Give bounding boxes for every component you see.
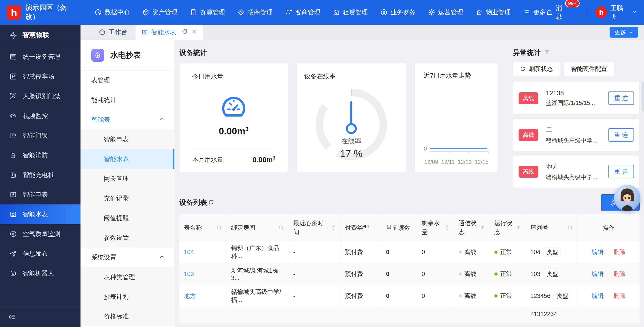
reconnect-button[interactable]: 重 连	[608, 128, 634, 142]
submenu-item-recharge[interactable]: 充值记录	[80, 188, 174, 208]
edit-button[interactable]: 编辑	[592, 270, 604, 278]
brand[interactable]: 演示园区（勿改）	[7, 3, 80, 22]
serial-number: 104	[530, 249, 540, 256]
submenu-item-params[interactable]: 参数设置	[80, 228, 174, 248]
axis-tick	[449, 151, 450, 154]
trend-x-labels: 12/09 12/11 12/13 12/15	[424, 159, 488, 165]
card-online-rate: 设备在线率 在线率	[296, 63, 406, 172]
device-location: 赣榆城头高级中学...	[546, 137, 602, 144]
room-cell: 锦昶（广东）食品科...	[226, 241, 289, 263]
submenu-item-gateway[interactable]: 网关管理	[80, 169, 174, 188]
main: 智慧物联 统一设备管理 智慧停车场 人脸识别门禁 视频监控	[0, 24, 644, 327]
tab-workbench[interactable]: 工作台	[91, 24, 136, 40]
type-tag[interactable]: 类型	[544, 269, 561, 279]
iot-icon	[10, 32, 17, 39]
sidebar-item-w-meter[interactable]: 智能水表	[0, 204, 80, 224]
tab-smart-water-meter[interactable]: 智能水表	[136, 24, 203, 40]
col-meter-name[interactable]: 表名称	[179, 214, 226, 241]
type-tag[interactable]: 类型	[554, 291, 571, 301]
type-tag[interactable]: 类型	[544, 247, 561, 257]
sidebar-item-face-access[interactable]: 人脸识别门禁	[0, 86, 80, 106]
sidebar-item-info-publish[interactable]: 信息发布	[0, 244, 80, 264]
serial-number: 21312234	[530, 311, 557, 318]
sidebar-item-door-lock[interactable]: 智能门锁	[0, 126, 80, 146]
main-area: 设备统计 今日用水量	[174, 40, 644, 327]
nav-data-center[interactable]: 数据中心	[94, 8, 130, 16]
edit-button[interactable]: 编辑	[592, 248, 604, 256]
device-table: 表名称 绑定房间 最近心跳时间 付费类型 当前读数 剩余水量 通信状态 运行状态	[179, 214, 640, 324]
col-run-status[interactable]: 运行状态	[490, 214, 526, 241]
collapse-icon[interactable]	[8, 313, 16, 321]
meter-name-link[interactable]: 104	[184, 249, 194, 256]
offline-badge: 离线	[518, 129, 538, 141]
col-remaining-water[interactable]: 剩余水量	[417, 214, 454, 241]
nav-operations[interactable]: 运营管理	[428, 8, 463, 16]
col-comm-status[interactable]: 通信状态	[454, 214, 490, 241]
menu-item-meter-mgmt[interactable]: 表管理	[80, 70, 174, 90]
menu-item-system-settings[interactable]: 系统设置	[80, 248, 174, 267]
sidebar-item-device-mgmt[interactable]: 统一设备管理	[0, 47, 80, 67]
sidebar-item-robot[interactable]: 智能机器人	[0, 264, 80, 283]
menu-item-smart-meter[interactable]: 智能表	[80, 110, 174, 130]
nav-property-mgmt[interactable]: 物业管理	[476, 8, 511, 16]
submenu-item-price-standard[interactable]: 价格标准	[80, 307, 174, 326]
nav-resource-mgmt[interactable]: 资源管理	[190, 8, 225, 16]
park-name: 演示园区（勿改）	[26, 3, 80, 22]
nav-more[interactable]: 更多	[523, 8, 546, 16]
message-count-badge: 99+	[565, 0, 580, 8]
col-last-heartbeat[interactable]: 最近心跳时间	[289, 214, 340, 241]
sidebar-item-fire[interactable]: 智能消防	[0, 146, 80, 165]
assistant-avatar[interactable]	[614, 185, 640, 211]
nav-lease-mgmt[interactable]: 租赁管理	[333, 8, 368, 16]
nav-investment-mgmt[interactable]: 招商管理	[238, 8, 272, 16]
pay-type-cell: 预付费	[340, 285, 382, 307]
delete-button[interactable]: 删除	[614, 292, 626, 300]
reading-cell: 0	[382, 285, 417, 307]
tab-close-icon[interactable]	[191, 28, 197, 36]
delete-button[interactable]: 删除	[614, 248, 626, 256]
dashboard-icon	[99, 29, 106, 36]
refresh-icon[interactable]	[207, 199, 214, 206]
nav-customer-mgmt[interactable]: 客商管理	[285, 8, 320, 16]
messages-button[interactable]: 消息 99+	[546, 4, 568, 21]
meter-name-link[interactable]: 103	[184, 271, 194, 277]
sidebar-item-air-quality[interactable]: 空气质量监测	[0, 224, 80, 244]
sidebar-item-charging[interactable]: 智能充电桩	[0, 165, 80, 185]
submenu-item-meter-types[interactable]: 表种类管理	[80, 267, 174, 287]
submenu-item-w-meter[interactable]: 智能水表	[80, 149, 174, 169]
sidebar-item-video[interactable]: 视频监控	[0, 106, 80, 126]
offline-dot	[459, 272, 462, 276]
tabs-more-button[interactable]: 更多	[610, 27, 638, 38]
col-bound-room[interactable]: 绑定房间	[226, 214, 289, 241]
scrollbar-thumb[interactable]	[642, 82, 644, 111]
sidebar-item-parking[interactable]: 智慧停车场	[0, 67, 80, 86]
submenu-item-e-meter[interactable]: 智能电表	[80, 130, 174, 149]
menu-item-energy-stats[interactable]: 能耗统计	[80, 90, 174, 110]
nav-finance[interactable]: 业务财务	[380, 8, 416, 16]
pay-type-cell: 预付费	[340, 263, 382, 285]
col-serial[interactable]: 序列号	[526, 214, 578, 241]
user-menu[interactable]: 王鹏飞	[595, 4, 637, 21]
card-title: 今日用水量	[192, 72, 275, 81]
tab-bar: 工作台 智能水表 更多	[80, 24, 644, 40]
submenu-item-threshold[interactable]: 阈值提醒	[80, 208, 174, 228]
filter-icon[interactable]	[544, 49, 550, 56]
hardware-config-button[interactable]: 智能硬件配置	[564, 62, 614, 76]
abnormal-title-row: 异常统计	[513, 48, 640, 58]
edit-button[interactable]: 编辑	[592, 292, 604, 300]
tab-refresh-icon[interactable]	[182, 28, 188, 36]
card-water-trend: 近7日用水量走势 0	[414, 63, 498, 172]
reconnect-button[interactable]: 重 连	[608, 92, 634, 105]
reconnect-button[interactable]: 重 连	[608, 165, 634, 178]
normal-dot	[494, 294, 498, 298]
nav-asset-mgmt[interactable]: 资产管理	[142, 8, 177, 16]
refresh-status-button[interactable]: 刷新状态	[513, 62, 560, 76]
trend-x-axis	[430, 151, 488, 152]
meter-name-link[interactable]: 地方	[184, 292, 196, 299]
remaining-cell: 0	[417, 263, 454, 285]
delete-button[interactable]: 删除	[614, 270, 626, 278]
sidebar-item-e-meter[interactable]: 智能电表	[0, 185, 80, 204]
comm-status: 离线	[459, 270, 485, 278]
device-location: 赣榆城头高级中学...	[546, 173, 602, 181]
submenu-item-reading-plan[interactable]: 抄表计划	[80, 287, 174, 307]
